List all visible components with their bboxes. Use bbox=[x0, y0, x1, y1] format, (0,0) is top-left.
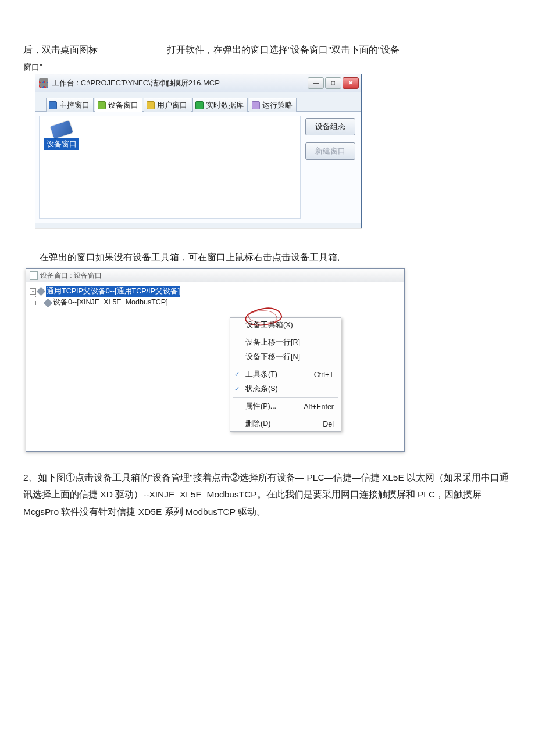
device-tree[interactable]: - 通用TCPIP父设备0--[通用TCP/IP父设备] 设备0--[XINJE… bbox=[26, 282, 404, 311]
tab-device-window[interactable]: 设备窗口 bbox=[95, 98, 142, 112]
menu-props-shortcut: Alt+Enter bbox=[304, 403, 334, 411]
device-item-label: 设备窗口 bbox=[44, 138, 79, 150]
device-editor-icon bbox=[30, 271, 38, 280]
device-editor-title: 设备窗口 : 设备窗口 bbox=[40, 271, 102, 281]
tab-main-window[interactable]: 主控窗口 bbox=[46, 98, 94, 112]
device-editor-titlebar[interactable]: 设备窗口 : 设备窗口 bbox=[26, 269, 404, 282]
workbench-window: 工作台 : C:\PROJECT\YNFC\洁净触摸屏216.MCP — □ ✕… bbox=[35, 74, 362, 228]
check-icon: ✓ bbox=[234, 371, 240, 378]
maximize-button[interactable]: □ bbox=[325, 77, 341, 89]
tree-child-row[interactable]: 设备0--[XINJE_XL5E_ModbusTCP] bbox=[30, 297, 402, 308]
device-config-button[interactable]: 设备组态 bbox=[305, 118, 355, 135]
menu-props-label: 属性(P)... bbox=[245, 402, 276, 411]
workbench-tabs: 主控窗口 设备窗口 用户窗口 实时数据库 运行策略 bbox=[35, 92, 361, 112]
context-menu[interactable]: 设备工具箱(X) 设备上移一行[R] 设备下移一行[N] ✓ 工具条(T) Ct… bbox=[230, 317, 341, 432]
device-window-item[interactable]: 设备窗口 bbox=[43, 123, 80, 150]
tab-user-icon bbox=[147, 101, 155, 109]
menu-separator bbox=[233, 415, 338, 415]
menu-move-down[interactable]: 设备下移一行[N] bbox=[230, 350, 341, 364]
workbench-title: 工作台 : C:\PROJECT\YNFC\洁净触摸屏216.MCP bbox=[52, 78, 308, 88]
tab-rtdb-label: 实时数据库 bbox=[206, 100, 244, 110]
tab-device-label: 设备窗口 bbox=[108, 100, 138, 110]
device-editor-window: 设备窗口 : 设备窗口 - 通用TCPIP父设备0--[通用TCP/IP父设备]… bbox=[26, 268, 405, 452]
check-icon: ✓ bbox=[234, 385, 240, 393]
tab-user-window[interactable]: 用户窗口 bbox=[144, 98, 191, 112]
tab-strategy-icon bbox=[252, 101, 260, 109]
menu-device-toolbox[interactable]: 设备工具箱(X) bbox=[230, 318, 341, 332]
menu-statusbar-label: 状态条(S) bbox=[245, 384, 278, 394]
intro-text: 后，双击桌面图标 打开软件，在弹出的窗口选择"设备窗口"双击下面的"设备 bbox=[23, 41, 512, 59]
menu-moveup-label: 设备上移一行[R] bbox=[245, 338, 300, 347]
tab-rtdb-icon bbox=[195, 101, 204, 109]
tab-main-icon bbox=[49, 101, 57, 109]
menu-properties[interactable]: 属性(P)... Alt+Enter bbox=[230, 399, 341, 414]
tree-child-label: 设备0--[XINJE_XL5E_ModbusTCP] bbox=[53, 297, 168, 308]
menu-delete-shortcut: Del bbox=[323, 420, 334, 428]
tree-node-icon bbox=[44, 298, 53, 307]
context-menu-wrap: 设备工具箱(X) 设备上移一行[R] 设备下移一行[N] ✓ 工具条(T) Ct… bbox=[230, 317, 341, 432]
menu-toolbox-label: 设备工具箱(X) bbox=[245, 320, 293, 330]
tree-collapse-icon[interactable]: - bbox=[30, 288, 36, 295]
menu-delete[interactable]: 删除(D) Del bbox=[230, 417, 341, 431]
intro-a: 后，双击桌面图标 bbox=[23, 45, 98, 55]
menu-toolbar-label: 工具条(T) bbox=[245, 370, 277, 379]
device-canvas[interactable]: 设备窗口 bbox=[39, 116, 301, 219]
minimize-button[interactable]: — bbox=[308, 77, 324, 89]
mid-instruction: 在弹出的窗口如果没有设备工具箱，可在窗口上鼠标右击点击设备工具箱, bbox=[40, 252, 512, 264]
device-chip-icon bbox=[50, 120, 73, 138]
tab-user-label: 用户窗口 bbox=[157, 100, 187, 110]
close-button[interactable]: ✕ bbox=[343, 77, 359, 89]
menu-move-up[interactable]: 设备上移一行[R] bbox=[230, 335, 341, 350]
app-icon bbox=[39, 78, 48, 88]
menu-separator bbox=[233, 334, 338, 334]
menu-separator bbox=[233, 366, 338, 366]
menu-separator bbox=[233, 397, 338, 398]
new-window-button[interactable]: 新建窗口 bbox=[305, 142, 355, 160]
tree-node-icon bbox=[37, 287, 46, 296]
tree-connector bbox=[35, 296, 42, 306]
tree-parent-row[interactable]: - 通用TCPIP父设备0--[通用TCP/IP父设备] bbox=[30, 286, 402, 297]
tab-strategy[interactable]: 运行策略 bbox=[249, 98, 297, 112]
tree-parent-label: 通用TCPIP父设备0--[通用TCP/IP父设备] bbox=[46, 286, 180, 297]
tab-strategy-label: 运行策略 bbox=[262, 100, 293, 110]
intro-trail: 窗口" bbox=[23, 62, 512, 73]
intro-b: 打开软件，在弹出的窗口选择"设备窗口"双击下面的"设备 bbox=[167, 45, 400, 55]
menu-toolbar[interactable]: ✓ 工具条(T) Ctrl+T bbox=[230, 367, 341, 382]
workbench-footer bbox=[35, 223, 361, 228]
tab-rtdb[interactable]: 实时数据库 bbox=[192, 98, 248, 112]
tab-main-label: 主控窗口 bbox=[59, 100, 90, 110]
menu-toolbar-shortcut: Ctrl+T bbox=[314, 371, 334, 379]
menu-statusbar[interactable]: ✓ 状态条(S) bbox=[230, 382, 341, 396]
menu-movedown-label: 设备下移一行[N] bbox=[245, 352, 300, 362]
tab-device-icon bbox=[98, 101, 106, 109]
final-paragraph: 2、如下图①点击设备工具箱的"设备管理"接着点击②选择所有设备— PLC—信捷—… bbox=[23, 469, 512, 520]
menu-delete-label: 删除(D) bbox=[245, 419, 270, 429]
workbench-titlebar[interactable]: 工作台 : C:\PROJECT\YNFC\洁净触摸屏216.MCP — □ ✕ bbox=[35, 74, 361, 92]
